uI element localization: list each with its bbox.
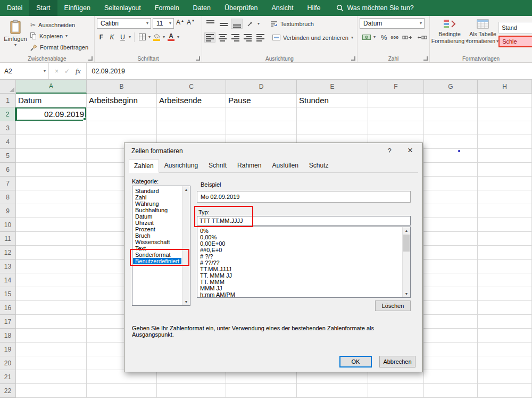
- conditional-formatting-button[interactable]: Bedingte Formatierung ▾: [432, 17, 467, 55]
- category-scrollbar[interactable]: ▲ ▼: [182, 186, 190, 305]
- cell-g11[interactable]: [424, 232, 478, 246]
- cell-h3[interactable]: [478, 121, 532, 135]
- chevron-down-icon[interactable]: ▾: [129, 35, 131, 39]
- cell-a5[interactable]: [16, 149, 87, 163]
- ribbon-tab-ansicht[interactable]: Ansicht: [265, 0, 301, 16]
- format-code-option[interactable]: ##0,E+0: [198, 247, 402, 253]
- row-header-17[interactable]: 17: [0, 315, 16, 329]
- category-option-prozent[interactable]: Prozent: [133, 226, 181, 232]
- cell-h13[interactable]: [478, 260, 532, 273]
- cell-g14[interactable]: [424, 273, 478, 287]
- cell-c1[interactable]: Arbeitsende: [157, 94, 226, 107]
- dialog-tab-ausfüllen[interactable]: Ausfüllen: [267, 159, 303, 172]
- cell-b2[interactable]: [87, 107, 157, 121]
- cell-b1[interactable]: Arbeitsbeginn: [87, 94, 157, 107]
- font-size-combo[interactable]: 11 ▾: [153, 18, 174, 29]
- row-header-20[interactable]: 20: [0, 356, 16, 370]
- clipboard-dialog-launcher[interactable]: [88, 56, 93, 61]
- cell-f2[interactable]: [368, 107, 424, 121]
- cell-g2[interactable]: [424, 107, 478, 121]
- cell-g19[interactable]: [424, 342, 478, 356]
- italic-button[interactable]: K: [107, 32, 117, 42]
- wrap-text-button[interactable]: Textumbruch: [269, 19, 315, 29]
- cell-a12[interactable]: [16, 246, 87, 260]
- cell-a8[interactable]: [16, 190, 87, 204]
- category-option-zahl[interactable]: Zahl: [133, 194, 181, 200]
- row-header-22[interactable]: 22: [0, 384, 16, 398]
- cell-f1[interactable]: [368, 94, 424, 107]
- cell-a20[interactable]: [16, 356, 87, 370]
- dialog-titlebar[interactable]: Zellen formatieren ? ×: [124, 143, 422, 159]
- align-middle-button[interactable]: [218, 19, 229, 29]
- cell-g5[interactable]: [424, 149, 478, 163]
- column-header-h[interactable]: H: [478, 80, 532, 94]
- font-color-button[interactable]: A: [167, 32, 176, 42]
- format-code-option[interactable]: TT. MMM: [198, 279, 402, 285]
- cell-a3[interactable]: [16, 121, 87, 135]
- cell-a17[interactable]: [16, 315, 87, 329]
- cancel-button[interactable]: Abbrechen: [379, 356, 415, 367]
- row-header-10[interactable]: 10: [0, 218, 16, 232]
- row-header-14[interactable]: 14: [0, 273, 16, 287]
- align-top-button[interactable]: [204, 19, 216, 29]
- cell-b22[interactable]: [87, 384, 157, 398]
- format-painter-button[interactable]: Format übertragen: [29, 43, 90, 52]
- cell-h22[interactable]: [478, 384, 532, 398]
- cell-g18[interactable]: [424, 329, 478, 342]
- cell-g22[interactable]: [424, 384, 478, 398]
- percent-style-button[interactable]: %: [381, 34, 387, 41]
- cell-h17[interactable]: [478, 315, 532, 329]
- cell-a1[interactable]: Datum: [16, 94, 87, 107]
- number-dialog-launcher[interactable]: [423, 56, 428, 61]
- font-dialog-launcher[interactable]: [196, 56, 200, 61]
- cell-b3[interactable]: [87, 121, 157, 135]
- accounting-format-button[interactable]: ▾: [361, 32, 377, 42]
- cell-h2[interactable]: [478, 107, 532, 121]
- decrease-decimal-button[interactable]: [417, 34, 427, 40]
- cell-a18[interactable]: [16, 329, 87, 342]
- row-header-4[interactable]: 4: [0, 135, 16, 149]
- insert-function-icon[interactable]: fx: [76, 67, 80, 76]
- cell-a13[interactable]: [16, 260, 87, 273]
- format-scrollbar[interactable]: ▲ ▼: [402, 227, 410, 297]
- cell-a10[interactable]: [16, 218, 87, 232]
- delete-button[interactable]: Löschen: [375, 300, 411, 311]
- row-header-2[interactable]: 2: [0, 107, 16, 121]
- row-header-5[interactable]: 5: [0, 149, 16, 163]
- cell-e22[interactable]: [297, 384, 368, 398]
- cell-c22[interactable]: [157, 384, 226, 398]
- cell-g15[interactable]: [424, 287, 478, 301]
- row-header-11[interactable]: 11: [0, 232, 16, 246]
- cell-style-schlecht[interactable]: Schle: [498, 36, 532, 47]
- confirm-entry-icon[interactable]: ✓: [64, 68, 70, 75]
- copy-button[interactable]: Kopieren ▾: [29, 31, 90, 41]
- name-box[interactable]: A2 ▾: [0, 63, 49, 79]
- cell-d1[interactable]: Pause: [226, 94, 297, 107]
- format-code-option[interactable]: 0,00%: [198, 234, 402, 240]
- cell-e3[interactable]: [297, 121, 368, 135]
- column-header-c[interactable]: C: [157, 80, 226, 94]
- category-option-buchhaltung[interactable]: Buchhaltung: [133, 207, 181, 213]
- cell-a6[interactable]: [16, 163, 87, 177]
- row-header-13[interactable]: 13: [0, 260, 16, 273]
- format-code-option[interactable]: TT. MMM JJ: [198, 272, 402, 279]
- row-header-18[interactable]: 18: [0, 329, 16, 342]
- format-code-option[interactable]: 0,00E+00: [198, 240, 402, 247]
- category-option-bruch[interactable]: Bruch: [133, 232, 181, 239]
- cell-a16[interactable]: [16, 301, 87, 315]
- chevron-down-icon[interactable]: ▾: [148, 35, 151, 39]
- cell-g3[interactable]: [424, 121, 478, 135]
- cell-h8[interactable]: [478, 190, 532, 204]
- orientation-button[interactable]: [244, 19, 256, 29]
- dialog-tab-ausrichtung[interactable]: Ausrichtung: [159, 159, 203, 172]
- cell-g10[interactable]: [424, 218, 478, 232]
- dialog-tab-rahmen[interactable]: Rahmen: [232, 159, 267, 172]
- column-header-g[interactable]: G: [424, 80, 478, 94]
- cell-c2[interactable]: [157, 107, 226, 121]
- ribbon-tab-seitenlayout[interactable]: Seitenlayout: [97, 0, 148, 16]
- format-code-option[interactable]: MMM JJ: [198, 285, 402, 291]
- dialog-tab-zahlen[interactable]: Zahlen: [129, 160, 159, 173]
- cell-g12[interactable]: [424, 246, 478, 260]
- borders-button[interactable]: [138, 32, 147, 42]
- cell-h19[interactable]: [478, 342, 532, 356]
